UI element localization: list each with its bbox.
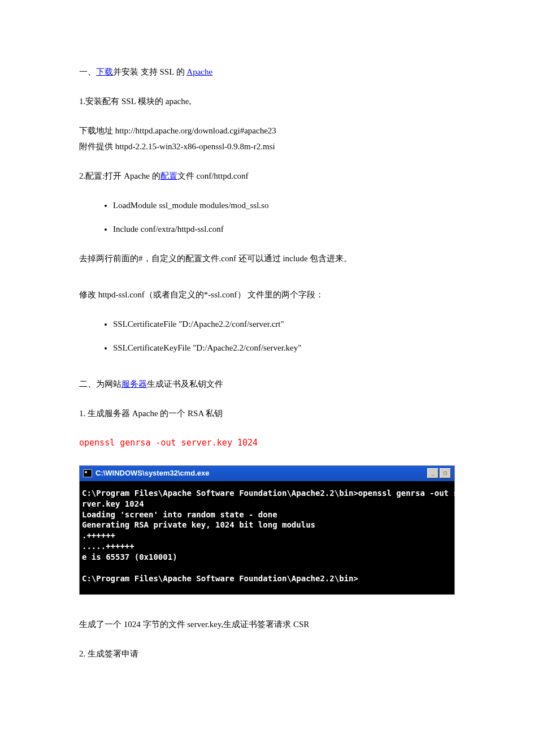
section-2-step-1: 1. 生成服务器 Apache 的一个 RSA 私钥 <box>79 407 455 420</box>
config-link[interactable]: 配置 <box>160 171 177 180</box>
attachment-line: 附件提供 httpd-2.2.15-win32-x86-openssl-0.9.… <box>79 140 455 153</box>
section-2-prefix: 二、为网站 <box>79 379 121 388</box>
cmd-titlebar-left: C:\WINDOWS\system32\cmd.exe <box>83 468 210 479</box>
download-url-line: 下载地址 http://httpd.apache.org/download.cg… <box>79 124 455 137</box>
openssl-genrsa-cmd: openssl genrsa -out server.key 1024 <box>79 436 455 450</box>
cmd-titlebar-right: _ □ <box>427 468 451 478</box>
uncomment-note: 去掉两行前面的#，自定义的配置文件.conf 还可以通过 include 包含进… <box>79 252 455 265</box>
config-loadmodule: LoadModule ssl_module modules/mod_ssl.so <box>113 198 455 212</box>
ssl-cert-file: SSLCertificateFile "D:/Apache2.2/conf/se… <box>113 317 455 331</box>
download-link[interactable]: 下载 <box>96 67 113 76</box>
server-link[interactable]: 服务器 <box>121 379 147 388</box>
config-list-1: LoadModule ssl_module modules/mod_ssl.so… <box>79 198 455 236</box>
server-key-result: 生成了一个 1024 字节的文件 server.key,生成证书签署请求 CSR <box>79 617 455 631</box>
step-2-prefix: 2.配置:打开 Apache 的 <box>79 171 160 180</box>
section-1-step-2: 2.配置:打开 Apache 的配置文件 conf/httpd.conf <box>79 169 455 183</box>
config-list-2: SSLCertificateFile "D:/Apache2.2/conf/se… <box>79 317 455 355</box>
section-1-title: 一、下载并安装 支持 SSL 的 Apache <box>79 65 455 79</box>
cmd-output: C:\Program Files\Apache Software Foundat… <box>80 481 454 594</box>
section-1-mid: 并安装 支持 SSL 的 <box>113 67 186 76</box>
section-1-prefix: 一、 <box>79 67 96 76</box>
apache-link[interactable]: Apache <box>186 67 212 76</box>
cmd-window: C:\WINDOWS\system32\cmd.exe _ □ C:\Progr… <box>79 465 455 595</box>
download-info: 下载地址 http://httpd.apache.org/download.cg… <box>79 124 455 153</box>
step-2-suffix: 文件 conf/httpd.conf <box>177 171 249 180</box>
section-1-step-1: 1.安装配有 SSL 模块的 apache, <box>79 94 455 108</box>
maximize-button[interactable]: □ <box>440 468 451 478</box>
section-2-step-2: 2. 生成签署申请 <box>79 647 455 660</box>
config-include: Include conf/extra/httpd-ssl.conf <box>113 222 455 236</box>
section-2-title: 二、为网站服务器生成证书及私钥文件 <box>79 377 455 391</box>
modify-ssl-conf-note: 修改 httpd-ssl.conf（或者自定义的*-ssl.conf） 文件里的… <box>79 288 455 301</box>
cmd-icon <box>83 469 92 477</box>
section-2-suffix: 生成证书及私钥文件 <box>147 379 223 388</box>
cmd-titlebar: C:\WINDOWS\system32\cmd.exe _ □ <box>80 466 454 481</box>
cmd-title-text: C:\WINDOWS\system32\cmd.exe <box>95 468 210 479</box>
minimize-button[interactable]: _ <box>427 468 439 478</box>
ssl-cert-key-file: SSLCertificateKeyFile "D:/Apache2.2/conf… <box>113 341 455 355</box>
